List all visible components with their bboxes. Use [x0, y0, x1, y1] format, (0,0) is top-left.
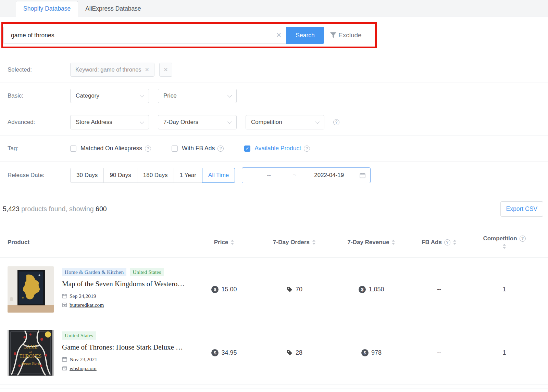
help-icon[interactable]: ?	[145, 146, 151, 152]
search-section: ✕ Search Exclude	[3, 27, 548, 44]
category-dropdown-label: Category	[76, 92, 99, 99]
matched-on-aliexpress-option: Matched On Aliexpress ?	[70, 145, 151, 152]
exclude-label: Exclude	[338, 31, 362, 39]
header-competition-label: Competition	[483, 235, 517, 242]
selected-label: Selected:	[8, 66, 70, 73]
tag-icon	[286, 350, 293, 356]
product-tags: United States	[62, 331, 183, 340]
chevron-down-icon	[140, 119, 144, 124]
product-image[interactable]	[8, 266, 54, 313]
help-icon[interactable]: ?	[304, 146, 310, 152]
release-90days-button[interactable]: 90 Days	[103, 168, 137, 183]
release-alltime-button[interactable]: All Time	[202, 168, 235, 183]
map-poster-image	[8, 266, 54, 313]
product-title[interactable]: Map of the Seven Kingdoms of Westero…	[62, 280, 185, 288]
header-fb-ads[interactable]: FB Ads ?	[410, 239, 468, 246]
tag-label: Tag:	[8, 145, 70, 152]
next-row-top-edge	[0, 389, 548, 389]
fb-ads-cell: --	[410, 349, 468, 356]
matched-on-aliexpress-checkbox[interactable]	[70, 146, 76, 152]
search-input-wrap: ✕	[3, 27, 286, 44]
product-store-link[interactable]: butteredkat.com	[70, 302, 104, 308]
date-to-value[interactable]: 2022-04-19	[298, 172, 360, 179]
svg-text:THRONES: THRONES	[20, 354, 42, 359]
with-fb-ads-option: With FB Ads ?	[172, 145, 224, 152]
date-from-value[interactable]: --	[247, 172, 291, 179]
search-button[interactable]: Search	[286, 27, 324, 44]
country-tag[interactable]: United States	[62, 331, 96, 340]
store-address-dropdown-label: Store Address	[76, 119, 112, 126]
release-30days-button[interactable]: 30 Days	[70, 168, 104, 183]
chevron-down-icon	[315, 119, 320, 124]
store-address-dropdown[interactable]: Store Address	[70, 115, 149, 129]
release-date-segmented-control: 30 Days 90 Days 180 Days 1 Year All Time	[70, 168, 235, 183]
product-image[interactable]: GAME of THRONES House Stark	[8, 330, 54, 376]
sort-icon[interactable]	[391, 239, 395, 245]
product-cell: Home & Garden & Kitchen United States Ma…	[8, 266, 192, 313]
product-info: Home & Garden & Kitchen United States Ma…	[62, 268, 185, 311]
header-7day-orders[interactable]: 7-Day Orders	[256, 239, 333, 246]
exclude-button[interactable]: Exclude	[329, 31, 362, 40]
sort-icon[interactable]	[502, 243, 506, 249]
calendar-icon	[62, 293, 67, 299]
tab-shopify-database[interactable]: Shopify Database	[16, 1, 78, 16]
search-input[interactable]	[3, 27, 286, 44]
category-dropdown[interactable]: Category	[70, 89, 149, 103]
with-fb-ads-checkbox[interactable]	[172, 146, 178, 152]
country-tag[interactable]: United States	[130, 268, 164, 276]
filter-row-tag: Tag: Matched On Aliexpress ? With FB Ads…	[0, 136, 548, 162]
7day-orders-dropdown[interactable]: 7-Day Orders	[158, 115, 237, 129]
competition-dropdown[interactable]: Competition	[246, 115, 324, 129]
orders-cell: 28	[256, 349, 333, 356]
revenue-value: 978	[371, 349, 382, 356]
svg-text:House Stark: House Stark	[21, 361, 40, 365]
orders-value: 28	[296, 349, 302, 356]
sort-icon[interactable]	[312, 239, 316, 245]
chevron-down-icon	[227, 93, 232, 98]
7day-orders-dropdown-label: 7-Day Orders	[163, 119, 198, 126]
category-tag[interactable]: Home & Garden & Kitchen	[62, 268, 126, 276]
selected-keyword-chip[interactable]: Keyword: game of thrones ✕	[70, 63, 154, 77]
chevron-down-icon	[227, 119, 232, 124]
release-1year-button[interactable]: 1 Year	[174, 168, 202, 183]
remove-keyword-icon[interactable]: ✕	[145, 66, 149, 73]
header-price[interactable]: Price	[192, 239, 256, 246]
product-store-link[interactable]: wbshop.com	[70, 365, 97, 371]
calendar-icon	[62, 357, 67, 362]
release-180days-button[interactable]: 180 Days	[137, 168, 174, 183]
basic-label: Basic:	[8, 92, 70, 99]
product-store-row: wbshop.com	[62, 365, 183, 371]
sort-icon[interactable]	[453, 239, 457, 245]
header-competition[interactable]: Competition ?	[468, 235, 540, 249]
chevron-down-icon	[140, 93, 144, 98]
tab-aliexpress-database[interactable]: AliExpress Database	[78, 1, 148, 16]
export-csv-button[interactable]: Export CSV	[500, 201, 543, 217]
store-icon	[62, 366, 67, 371]
price-dropdown[interactable]: Price	[158, 89, 237, 103]
competition-cell: 1	[468, 286, 540, 293]
clear-all-filters-button[interactable]: ✕	[159, 63, 172, 77]
product-release-date: Sep 24,2019	[70, 293, 96, 299]
price-dropdown-label: Price	[163, 92, 177, 99]
date-range-picker[interactable]: -- ~ 2022-04-19	[242, 167, 371, 183]
results-summary-row: 5,423 products found, showing 600 Export…	[0, 201, 548, 217]
product-date-row: Sep 24,2019	[62, 293, 185, 299]
available-product-checkbox[interactable]: ✓	[244, 146, 250, 152]
book-cover-image: GAME of THRONES House Stark	[8, 330, 54, 376]
table-row: GAME of THRONES House Stark United State…	[0, 321, 548, 384]
revenue-value: 1,050	[369, 286, 384, 293]
header-7day-revenue[interactable]: 7-Day Revenue	[333, 239, 410, 246]
help-icon[interactable]: ?	[520, 236, 526, 242]
revenue-cell: $ 978	[333, 349, 410, 356]
price-value: 15.00	[221, 286, 237, 293]
results-middle-text: products found, showing	[20, 205, 96, 213]
header-price-label: Price	[214, 239, 228, 246]
sort-icon[interactable]	[231, 239, 234, 245]
product-title[interactable]: Game of Thrones: House Stark Deluxe …	[62, 343, 183, 352]
clear-search-icon[interactable]: ✕	[276, 31, 282, 39]
help-icon[interactable]: ?	[217, 146, 224, 152]
release-date-label: Release Date:	[8, 172, 70, 179]
help-icon[interactable]: ?	[444, 239, 450, 245]
help-icon[interactable]: ?	[333, 119, 339, 125]
funnel-icon	[329, 31, 338, 40]
